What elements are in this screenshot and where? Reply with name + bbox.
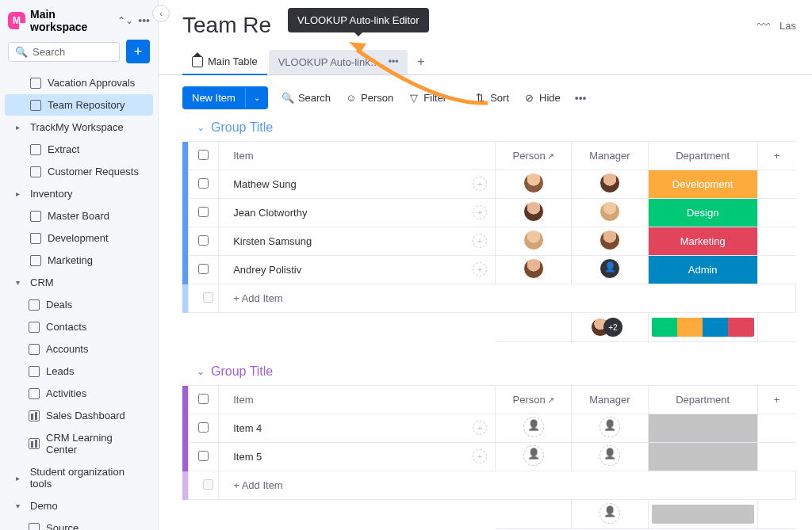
avatar[interactable] [523,230,544,250]
conversation-icon[interactable]: + [473,421,487,435]
table-row[interactable]: Kirsten Samsung+Marketing [182,227,796,256]
sidebar-item-sales-dashboard[interactable]: Sales Dashboard [5,405,153,426]
collapse-sidebar-button[interactable]: ‹ [152,5,170,22]
sidebar-item-contacts[interactable]: Contacts [5,316,153,337]
workspace-header[interactable]: M Main workspace ⌃⌄ ••• [0,0,158,40]
add-tab-button[interactable]: + [409,55,432,69]
manager-cell[interactable] [572,227,648,256]
department-cell[interactable] [648,443,757,471]
item-name-cell[interactable]: Jean Clotworthy+ [219,199,496,227]
select-all-checkbox[interactable] [188,142,218,170]
add-item-button[interactable]: + Add Item [219,284,796,313]
table-row[interactable]: Andrey Polistiv+Admin [182,256,796,284]
sidebar-item-extract[interactable]: Extract [5,139,153,160]
item-name-cell[interactable]: Mathew Sung+ [219,170,496,199]
conversation-icon[interactable]: + [473,262,487,276]
manager-cell[interactable] [572,170,648,199]
sidebar-item-master-board[interactable]: Master Board [5,205,153,227]
sidebar-item-team-repository[interactable]: Team Repository [5,94,153,116]
sidebar-item-student-organization-tools[interactable]: ▸Student organization tools [5,461,153,494]
person-cell[interactable] [496,227,572,256]
avatar[interactable] [599,258,620,279]
tab-menu-icon[interactable]: ••• [389,56,399,67]
add-button[interactable]: + [126,40,150,63]
column-header-manager[interactable]: Manager [572,142,648,170]
hide-button[interactable]: ⊘Hide [523,92,561,104]
row-checkbox[interactable] [188,170,218,199]
department-cell[interactable]: Development [648,170,757,199]
manager-cell[interactable] [572,256,648,284]
sort-button[interactable]: ⇅Sort [474,92,509,104]
activity-icon[interactable]: 〰 [757,18,770,32]
conversation-icon[interactable]: + [473,449,487,463]
column-header-department[interactable]: Department [648,142,757,170]
avatar-placeholder[interactable] [599,445,620,466]
table-row[interactable]: Jean Clotworthy+Design [182,199,796,227]
toolbar-more-icon[interactable]: ••• [575,92,587,105]
sidebar-item-customer-requests[interactable]: Customer Requests [5,161,153,182]
tab-main-table[interactable]: Main Table [182,49,267,75]
search-input[interactable]: 🔍 Search [8,42,120,62]
person-cell[interactable] [496,443,572,471]
sidebar-item-development[interactable]: Development [5,227,153,249]
workspace-switcher-icon[interactable]: ⌃⌄ [117,15,133,26]
item-name-cell[interactable]: Kirsten Samsung+ [219,227,496,256]
row-checkbox[interactable] [188,414,218,443]
sidebar-item-deals[interactable]: Deals [5,294,153,315]
column-header-item[interactable]: Item [219,142,496,170]
workspace-menu-icon[interactable]: ••• [138,14,150,27]
group-title[interactable]: Group Title [211,364,273,379]
add-column-button[interactable]: + [757,386,795,414]
table-row[interactable]: Mathew Sung+Development [182,170,796,199]
avatar[interactable] [599,173,620,193]
avatar[interactable] [523,201,544,222]
person-cell[interactable] [496,199,572,227]
person-cell[interactable] [496,414,572,443]
filter-button[interactable]: ▽Filter⌄ [408,92,460,104]
item-name-cell[interactable]: Item 4+ [219,414,496,443]
sidebar-item-inventory[interactable]: ▸Inventory [5,183,153,204]
department-cell[interactable]: Admin [648,256,757,284]
manager-cell[interactable] [572,199,648,227]
avatar-placeholder[interactable] [523,417,544,437]
column-header-department[interactable]: Department [648,386,757,414]
sidebar-item-crm[interactable]: ▾CRM [5,272,153,293]
conversation-icon[interactable]: + [473,234,487,248]
item-name-cell[interactable]: Item 5+ [219,443,496,471]
add-item-button[interactable]: + Add Item [219,471,796,500]
department-cell[interactable]: Design [648,199,757,227]
table-row[interactable]: Item 4+ [182,414,796,443]
table-row[interactable]: Item 5+ [182,443,796,471]
column-header-item[interactable]: Item [219,386,496,414]
sidebar-item-crm-learning-center[interactable]: CRM Learning Center [5,427,153,460]
sidebar-item-vacation-approvals[interactable]: Vacation Approvals [5,72,153,93]
sidebar-item-trackmy-workspace[interactable]: ▸TrackMy Workspace [5,116,153,138]
row-checkbox[interactable] [188,199,218,227]
column-header-manager[interactable]: Manager [572,386,648,414]
avatar-placeholder[interactable] [599,417,620,437]
manager-cell[interactable] [572,414,648,443]
sidebar-item-leads[interactable]: Leads [5,360,153,382]
item-name-cell[interactable]: Andrey Polistiv+ [219,256,496,284]
manager-summary[interactable] [572,500,648,529]
sidebar-item-accounts[interactable]: Accounts [5,338,153,360]
person-cell[interactable] [496,170,572,199]
person-cell[interactable] [496,256,572,284]
group-header[interactable]: ⌄ Group Title [182,120,796,135]
new-item-button[interactable]: New Item ⌄ [182,86,268,109]
group-header[interactable]: ⌄ Group Title [182,364,796,379]
chevron-down-icon[interactable]: ⌄ [245,88,268,108]
row-checkbox[interactable] [188,443,218,471]
person-filter-button[interactable]: ☺Person [345,92,393,104]
add-column-button[interactable]: + [757,142,795,170]
row-checkbox[interactable] [188,256,218,284]
conversation-icon[interactable]: + [473,205,487,219]
avatar[interactable] [599,201,620,222]
avatar[interactable] [523,258,544,279]
tab-vlookup-editor[interactable]: VLOOKUP Auto-link… ••• [269,50,408,74]
avatar-placeholder[interactable] [523,445,544,466]
sidebar-item-activities[interactable]: Activities [5,383,153,404]
sidebar-item-source[interactable]: Source [5,517,153,530]
sidebar-item-demo[interactable]: ▾Demo [5,495,153,517]
avatar[interactable] [523,173,544,193]
